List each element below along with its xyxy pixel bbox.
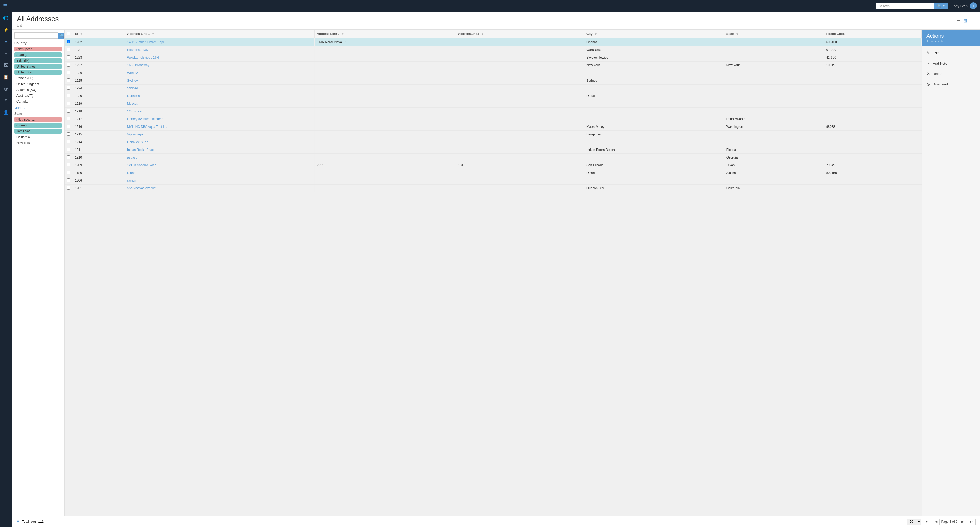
addr1-cell[interactable]: 12133 Socorro Road — [125, 161, 314, 169]
table-row[interactable]: 1214 Canal de Suez — [65, 139, 922, 146]
next-page-button[interactable]: ▶ — [959, 519, 966, 525]
row-checkbox-cell[interactable] — [65, 62, 73, 69]
row-checkbox-cell[interactable] — [65, 38, 73, 46]
row-checkbox-cell[interactable] — [65, 139, 73, 146]
city-column-header[interactable]: City ▼ — [584, 30, 724, 38]
filter-tag-california[interactable]: California — [14, 135, 62, 139]
table-row[interactable]: 1217 Henrey avenue, philadelp... Pennsyl… — [65, 115, 922, 123]
row-checkbox[interactable] — [67, 86, 70, 89]
addr1-cell[interactable]: asdasd — [125, 154, 314, 161]
addr1-cell[interactable]: 14D1, Amber, Emami Tejo... — [125, 38, 314, 46]
row-checkbox[interactable] — [67, 140, 70, 143]
filter-tag-austria[interactable]: Austria (AT) — [14, 93, 62, 98]
select-all-checkbox[interactable] — [67, 32, 70, 35]
table-row[interactable]: 1201 55b Visayas Avenue Quezon City Cali… — [65, 185, 922, 192]
grid2-icon[interactable]: ⊞ — [3, 49, 9, 57]
delete-action[interactable]: ✕ Delete — [922, 68, 980, 79]
row-checkbox[interactable] — [67, 94, 70, 97]
table-row[interactable]: 1216 MVL INC DBA Aqua Test Inc Maple Val… — [65, 123, 922, 131]
postal-column-header[interactable]: Postal Code — [824, 30, 921, 38]
row-checkbox-cell[interactable] — [65, 100, 73, 108]
state-column-header[interactable]: State ▼ — [724, 30, 824, 38]
table-row[interactable]: 1220 Dubaimall Dubai — [65, 92, 922, 100]
addr1-cell[interactable]: Dubaimall — [125, 92, 314, 100]
row-checkbox[interactable] — [67, 171, 70, 174]
last-page-button[interactable]: ⏭ — [968, 519, 976, 525]
row-checkbox[interactable] — [67, 186, 70, 189]
filter-tag-united-states-1[interactable]: United States — [14, 64, 62, 69]
row-checkbox[interactable] — [67, 71, 70, 74]
list-icon[interactable]: ≡ — [3, 38, 8, 46]
table-row[interactable]: 1227 1633 Broadway New York New York 100… — [65, 62, 922, 69]
addr1-cell[interactable]: 1633 Broadway — [125, 62, 314, 69]
addr1-cell[interactable]: Muscat — [125, 100, 314, 108]
addr1-cell[interactable]: Sokratesa 13D — [125, 46, 314, 54]
filter-tag-tamil-nadu[interactable]: Tamil Nadu — [14, 129, 62, 134]
addr1-cell[interactable]: Henrey avenue, philadelp... — [125, 115, 314, 123]
filter-tag-blank-country[interactable]: (Blank) — [14, 53, 62, 57]
row-checkbox-cell[interactable] — [65, 69, 73, 77]
prev-page-button[interactable]: ◀ — [932, 519, 940, 525]
addr3-column-header[interactable]: AddressLine3 ▼ — [456, 30, 584, 38]
row-checkbox[interactable] — [67, 178, 70, 182]
globe-icon[interactable]: 🌐 — [2, 14, 10, 22]
addr1-column-header[interactable]: Address Line 1 ▼ — [125, 30, 314, 38]
table-row[interactable]: 1206 raman — [65, 177, 922, 185]
filter-tag-uk[interactable]: United Kingdom — [14, 82, 62, 86]
table-row[interactable]: 1228 Wojska Polskiego 16H Świętochłowice… — [65, 54, 922, 62]
row-checkbox-cell[interactable] — [65, 108, 73, 115]
filter-tag-not-specified-state[interactable]: (Not Specif... — [14, 117, 62, 122]
addr1-cell[interactable]: 55b Visayas Avenue — [125, 185, 314, 192]
doc-icon[interactable]: 📋 — [2, 73, 10, 81]
filter-search-button[interactable]: 🔍 — [58, 33, 65, 39]
filter-icon[interactable]: ▼ — [16, 519, 20, 524]
filter-tag-poland[interactable]: Poland (PL) — [14, 76, 62, 81]
row-checkbox[interactable] — [67, 148, 70, 151]
table-row[interactable]: 1232 14D1, Amber, Emami Tejo... OMR Road… — [65, 38, 922, 46]
table-row[interactable]: 1224 Sydney — [65, 84, 922, 92]
id-column-header[interactable]: ID ▼ — [73, 30, 125, 38]
row-checkbox[interactable] — [67, 109, 70, 113]
addr1-cell[interactable]: Sydney — [125, 77, 314, 84]
table-row[interactable]: 1180 Dihari Dihari Alaska 802158 — [65, 169, 922, 177]
addr1-cell[interactable]: Indian Rocks Beach — [125, 146, 314, 154]
first-page-button[interactable]: ⏮ — [923, 519, 931, 525]
row-checkbox[interactable] — [67, 40, 70, 43]
select-all-header[interactable] — [65, 30, 73, 38]
row-checkbox[interactable] — [67, 102, 70, 105]
addr1-cell[interactable]: raman — [125, 177, 314, 185]
row-checkbox[interactable] — [67, 63, 70, 67]
row-checkbox[interactable] — [67, 56, 70, 59]
grid-view-icon[interactable]: ⊞ — [963, 18, 967, 24]
chart-icon[interactable]: ⚡ — [2, 26, 10, 34]
filter-more-country[interactable]: More.... — [14, 106, 62, 110]
person-icon[interactable]: 👤 — [2, 108, 10, 116]
addr1-cell[interactable]: MVL INC DBA Aqua Test Inc — [125, 123, 314, 131]
filter-tag-blank-state[interactable]: (Blank) — [14, 123, 62, 128]
row-checkbox[interactable] — [67, 48, 70, 51]
row-checkbox-cell[interactable] — [65, 131, 73, 139]
more-options-icon[interactable]: ⋯ — [970, 18, 975, 24]
row-checkbox-cell[interactable] — [65, 177, 73, 185]
addr2-column-header[interactable]: Address Line 2 ▼ — [315, 30, 456, 38]
row-checkbox[interactable] — [67, 117, 70, 120]
table-row[interactable]: 1215 Vijayanagar Bengaluru — [65, 131, 922, 139]
hamburger-icon[interactable]: ☰ — [3, 3, 8, 9]
row-checkbox-cell[interactable] — [65, 46, 73, 54]
row-checkbox-cell[interactable] — [65, 84, 73, 92]
row-checkbox[interactable] — [67, 163, 70, 167]
filter-tag-australia[interactable]: Australia (AU) — [14, 88, 62, 92]
table-row[interactable]: 1218 123. street — [65, 108, 922, 115]
addr1-cell[interactable]: Dihari — [125, 169, 314, 177]
addr1-cell[interactable]: Canal de Suez — [125, 139, 314, 146]
filter-tag-india[interactable]: India (IN) — [14, 58, 62, 63]
hash-icon[interactable]: # — [3, 97, 9, 104]
row-checkbox[interactable] — [67, 124, 70, 128]
filter-search-input[interactable] — [14, 32, 58, 39]
table-row[interactable]: 1211 Indian Rocks Beach Indian Rocks Bea… — [65, 146, 922, 154]
row-checkbox-cell[interactable] — [65, 77, 73, 84]
filter-tag-canada[interactable]: Canada — [14, 99, 62, 104]
filter-tag-united-states-2[interactable]: United Stat... — [14, 70, 62, 75]
edit-action[interactable]: ✎ Edit — [922, 48, 980, 58]
row-checkbox-cell[interactable] — [65, 161, 73, 169]
